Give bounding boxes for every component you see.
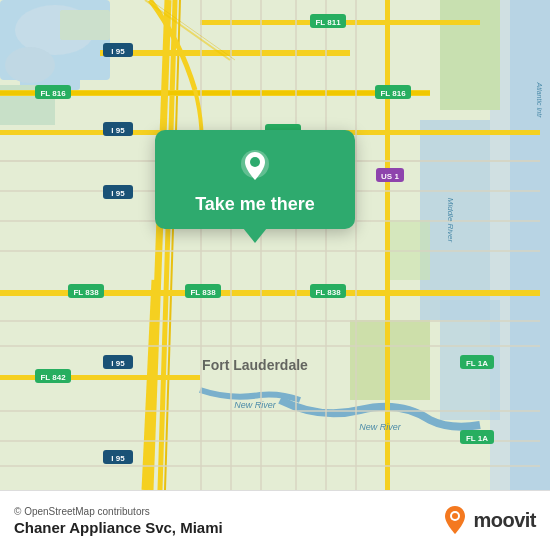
svg-rect-11 bbox=[440, 0, 500, 110]
svg-rect-19 bbox=[0, 375, 200, 380]
location-pin-icon bbox=[236, 148, 274, 186]
svg-text:I 95: I 95 bbox=[111, 359, 125, 368]
location-popup[interactable]: Take me there bbox=[155, 130, 355, 229]
svg-point-79 bbox=[452, 513, 458, 519]
location-name: Chaner Appliance Svc, Miami bbox=[14, 519, 223, 536]
svg-rect-6 bbox=[60, 10, 110, 40]
moovit-logo[interactable]: moovit bbox=[441, 504, 536, 538]
svg-text:I 95: I 95 bbox=[111, 454, 125, 463]
svg-text:Fort Lauderdale: Fort Lauderdale bbox=[202, 357, 308, 373]
svg-text:FL 816: FL 816 bbox=[380, 89, 406, 98]
moovit-logo-icon bbox=[441, 504, 469, 538]
svg-text:FL 811: FL 811 bbox=[315, 18, 341, 27]
svg-text:FL 838: FL 838 bbox=[73, 288, 99, 297]
svg-rect-25 bbox=[0, 250, 540, 252]
svg-text:FL 1A: FL 1A bbox=[466, 359, 488, 368]
svg-text:I 95: I 95 bbox=[111, 189, 125, 198]
take-me-there-button[interactable]: Take me there bbox=[195, 194, 315, 215]
svg-text:FL 816: FL 816 bbox=[40, 89, 66, 98]
svg-text:New River: New River bbox=[359, 422, 402, 432]
svg-text:Middle River: Middle River bbox=[446, 198, 455, 243]
svg-text:I 95: I 95 bbox=[111, 126, 125, 135]
svg-rect-29 bbox=[0, 440, 540, 442]
svg-rect-30 bbox=[0, 465, 540, 467]
svg-rect-27 bbox=[0, 345, 540, 347]
svg-text:FL 1A: FL 1A bbox=[466, 434, 488, 443]
svg-rect-20 bbox=[385, 0, 390, 490]
svg-rect-35 bbox=[325, 0, 327, 490]
moovit-brand-text: moovit bbox=[473, 509, 536, 532]
svg-point-77 bbox=[250, 157, 260, 167]
svg-text:New River: New River bbox=[234, 400, 277, 410]
svg-text:US 1: US 1 bbox=[381, 172, 399, 181]
svg-rect-33 bbox=[260, 0, 262, 490]
svg-text:FL 842: FL 842 bbox=[40, 373, 66, 382]
map-attribution: © OpenStreetMap contributors bbox=[14, 506, 223, 517]
svg-point-5 bbox=[5, 47, 55, 83]
svg-text:FL 838: FL 838 bbox=[190, 288, 216, 297]
map-container: I 95 FL 811 FL 816 I 95 FL 816 FL 816 US… bbox=[0, 0, 550, 490]
svg-rect-28 bbox=[0, 410, 540, 412]
bottom-bar: © OpenStreetMap contributors Chaner Appl… bbox=[0, 490, 550, 550]
svg-rect-34 bbox=[295, 0, 297, 490]
svg-text:FL 838: FL 838 bbox=[315, 288, 341, 297]
svg-rect-32 bbox=[230, 0, 232, 490]
svg-rect-36 bbox=[355, 0, 357, 490]
svg-rect-7 bbox=[510, 0, 550, 490]
map-background: I 95 FL 811 FL 816 I 95 FL 816 FL 816 US… bbox=[0, 0, 550, 490]
svg-text:I 95: I 95 bbox=[111, 47, 125, 56]
svg-text:Atlantic Intr: Atlantic Intr bbox=[536, 81, 543, 118]
svg-rect-31 bbox=[200, 0, 202, 490]
svg-rect-26 bbox=[0, 320, 540, 322]
bottom-left-info: © OpenStreetMap contributors Chaner Appl… bbox=[14, 506, 223, 536]
